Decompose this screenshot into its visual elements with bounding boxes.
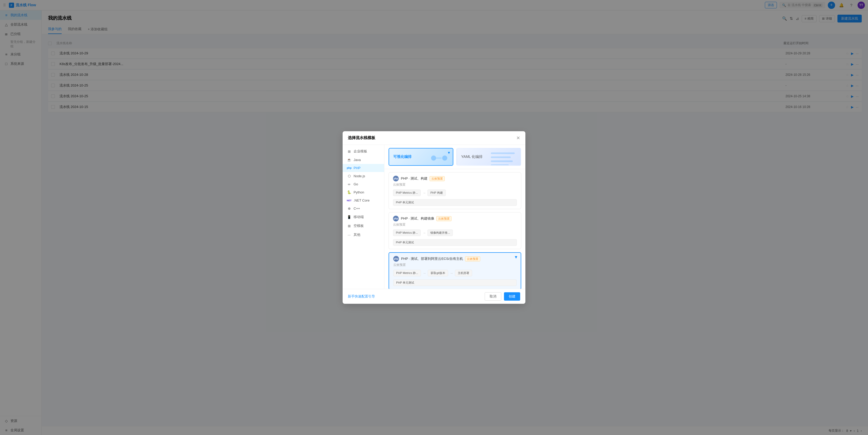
svg-rect-3 [491, 152, 515, 154]
dialog-sidebar-mobile[interactable]: 📱 移动端 [343, 212, 384, 222]
footer-actions: 取消 创建 [485, 292, 520, 301]
empty-icon: ⊞ [347, 224, 351, 228]
template-title: PHP · 测试、构建镜像 [401, 216, 434, 221]
java-icon: ☕ [347, 158, 351, 162]
quick-guide-link[interactable]: 新手快速配置引导 [348, 294, 375, 299]
dialog-sidebar-cpp[interactable]: ⊕ C++ [343, 204, 384, 212]
svg-rect-4 [491, 156, 511, 158]
cloud-badge: 云效预置 [465, 257, 480, 261]
pipeline-node: 镜像构建并推... [428, 230, 453, 236]
pipeline-node: PHP Metrics 静... [393, 190, 421, 196]
arrow-icon: → [450, 271, 453, 275]
dotnet-label: .NET Core [353, 198, 370, 202]
template-card-php-test-deploy-ecs[interactable]: ▼ php PHP · 测试、部署到阿里云ECS/自有主机 云效预置 云效预置 … [389, 252, 521, 289]
dialog-sidebar-nodejs[interactable]: ⬡ Node.js [343, 172, 384, 180]
tab-yaml-decoration [489, 148, 521, 166]
pipeline-node: 获取git版本 [428, 270, 448, 276]
template-dialog: 选择流水线模板 ✕ ⊞ 企业模板 ☕ Java php PHP [343, 131, 525, 304]
cloud-badge: 云效预置 [430, 176, 445, 181]
template-title: PHP · 测试、部署到阿里云ECS/自有主机 [401, 257, 463, 261]
svg-point-0 [431, 155, 436, 161]
template-pipeline: PHP Metrics 静... → 获取git版本 → 主机部署 PHP 单元… [393, 270, 517, 286]
svg-rect-6 [491, 165, 509, 166]
dialog-header: 选择流水线模板 ✕ [343, 131, 525, 145]
python-icon: 🐍 [347, 190, 351, 194]
dialog-right-content: 可视化编排 ▼ YAML 化编排 [384, 145, 525, 289]
template-subtitle: 云效预置 [393, 223, 517, 227]
pipeline-node: PHP Metrics 静... [393, 230, 421, 236]
arrow-icon: → [422, 191, 426, 195]
pipeline-node: PHP 单元测试 [393, 199, 517, 206]
dialog-sidebar-empty[interactable]: ⊞ 空模板 [343, 222, 384, 230]
php-icon: php [393, 256, 399, 262]
tab-visual-label: 可视化编排 [393, 154, 411, 159]
arrow-icon: → [423, 271, 426, 275]
template-pipeline: PHP Metrics 静... → PHP 构建 PHP 单元测试 [393, 190, 517, 206]
arrow-icon: → [422, 231, 426, 235]
php-sidebar-icon: php [347, 167, 351, 169]
tab-visual[interactable]: 可视化编排 ▼ [389, 148, 453, 166]
dialog-sidebar-java[interactable]: ☕ Java [343, 156, 384, 164]
cloud-badge: 云效预置 [436, 216, 452, 221]
php-icon: php [393, 176, 399, 181]
tab-yaml[interactable]: YAML 化编排 [457, 148, 521, 166]
template-card-php-test-build[interactable]: php PHP · 测试、构建 云效预置 云效预置 PHP Metrics 静.… [389, 172, 521, 209]
create-button[interactable]: 创建 [504, 292, 520, 301]
tab-visual-decoration [427, 148, 453, 166]
dialog-body: ⊞ 企业模板 ☕ Java php PHP ⬡ Node.js ∞ Go [343, 145, 525, 289]
dialog-sidebar-others[interactable]: ··· 其他 [343, 230, 384, 239]
template-subtitle: 云效预置 [393, 182, 517, 187]
pipeline-node: PHP 构建 [428, 190, 445, 196]
dotnet-icon: NET [347, 199, 351, 202]
tab-yaml-label: YAML 化编排 [461, 154, 483, 159]
cancel-button[interactable]: 取消 [485, 292, 501, 301]
dialog-close-button[interactable]: ✕ [516, 136, 520, 140]
dialog-sidebar-php[interactable]: php PHP [343, 164, 384, 172]
svg-rect-5 [491, 161, 513, 162]
dialog-sidebar-python[interactable]: 🐍 Python [343, 188, 384, 196]
enterprise-icon: ⊞ [347, 149, 351, 153]
others-icon: ··· [347, 233, 351, 237]
template-subtitle: 云效预置 [393, 263, 517, 267]
dialog-sidebar-enterprise[interactable]: ⊞ 企业模板 [343, 147, 384, 156]
nodejs-icon: ⬡ [347, 174, 351, 178]
template-tabs: 可视化编排 ▼ YAML 化编排 [384, 145, 525, 169]
dialog-title: 选择流水线模板 [348, 136, 375, 140]
mobile-icon: 📱 [347, 215, 351, 219]
dialog-footer: 新手快速配置引导 取消 创建 [343, 289, 525, 304]
svg-point-2 [442, 155, 447, 161]
dialog-sidebar: ⊞ 企业模板 ☕ Java php PHP ⬡ Node.js ∞ Go [343, 145, 384, 289]
pipeline-node: 主机部署 [455, 270, 472, 276]
pipeline-node: PHP 单元测试 [393, 280, 517, 286]
dialog-sidebar-go[interactable]: ∞ Go [343, 180, 384, 188]
cpp-icon: ⊕ [347, 206, 351, 210]
pipeline-node: PHP Metrics 静... [393, 270, 421, 276]
template-title: PHP · 测试、构建 [401, 176, 428, 181]
dialog-overlay[interactable]: 选择流水线模板 ✕ ⊞ 企业模板 ☕ Java php PHP [0, 0, 868, 435]
template-pipeline: PHP Metrics 静... → 镜像构建并推... PHP 单元测试 [393, 230, 517, 246]
template-list: php PHP · 测试、构建 云效预置 云效预置 PHP Metrics 静.… [384, 169, 525, 289]
pipeline-node: PHP 单元测试 [393, 239, 517, 246]
php-icon: php [393, 216, 399, 222]
template-card-php-test-build-image[interactable]: php PHP · 测试、构建镜像 云效预置 云效预置 PHP Metrics … [389, 212, 521, 249]
go-icon: ∞ [347, 182, 351, 186]
selected-checkmark-icon: ▼ [514, 255, 518, 260]
dialog-sidebar-dotnet[interactable]: NET .NET Core [343, 196, 384, 204]
